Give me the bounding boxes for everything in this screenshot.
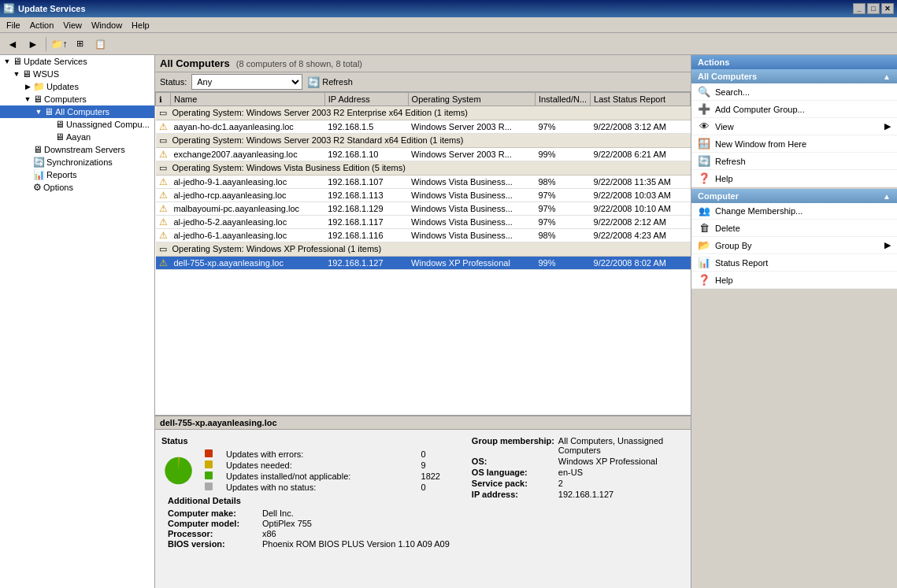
actions-title: Actions: [698, 57, 729, 67]
tree-item-downstream[interactable]: 🖥 Downstream Servers: [0, 143, 154, 156]
tree-item-all-computers[interactable]: ▼ 🖥 All Computers: [0, 105, 154, 118]
forward-button[interactable]: ►: [24, 35, 43, 53]
action-view[interactable]: 👁 View ▶: [691, 118, 897, 135]
row-installed: 97%: [535, 189, 590, 202]
group-row: ▭ Operating System: Windows Vista Busine…: [156, 161, 691, 176]
tree-item-options[interactable]: ⚙ Options: [0, 181, 154, 194]
status-label-errors: Updates with errors:: [223, 449, 418, 460]
table-row[interactable]: ⚠ al-jedho-9-1.aayanleasing.loc 192.168.…: [156, 176, 691, 189]
status-dropdown[interactable]: Any Failed Needed Installed/Not Applicab…: [191, 74, 302, 90]
action-help-all[interactable]: ❓ Help: [691, 170, 897, 187]
tree-item-wsus[interactable]: ▼ 🖥 WSUS: [0, 68, 154, 80]
minimize-button[interactable]: _: [853, 3, 865, 14]
table-row[interactable]: ⚠ exchange2007.aayanleasing.loc 192.168.…: [156, 148, 691, 161]
computer-section-header[interactable]: Computer ▲: [691, 189, 897, 203]
tree-item-updates[interactable]: ▶ 📁 Updates: [0, 80, 154, 93]
tree-item-aayan[interactable]: 🖥 Aayan: [0, 131, 154, 143]
tree-item-reports[interactable]: 📊 Reports: [0, 168, 154, 181]
table-row[interactable]: ⚠ al-jedho-rcp.aayanleasing.loc 192.168.…: [156, 189, 691, 202]
tree-item-unassigned[interactable]: 🖥 Unassigned Compu...: [0, 118, 154, 131]
info-label-sp: Service pack:: [472, 479, 558, 488]
additional-details: Additional Details Computer make: Dell I…: [161, 493, 456, 553]
row-status: 9/22/2008 4:23 AM: [591, 229, 691, 242]
info-value-ip: 192.168.1.127: [558, 490, 613, 499]
properties-button[interactable]: 📋: [91, 35, 109, 53]
group-expand-icon[interactable]: ▭: [159, 108, 167, 117]
row-warn-icon: ⚠: [156, 176, 171, 189]
row-name: al-jedho-9-1.aayanleasing.loc: [171, 176, 325, 189]
table-row[interactable]: ⚠ al-jedho-5-2.aayanleasing.loc 192.168.…: [156, 216, 691, 229]
additional-title: Additional Details: [168, 496, 450, 505]
col-header-ip[interactable]: IP Address: [324, 93, 408, 106]
expand-computers[interactable]: ▼: [22, 95, 33, 103]
add-group-icon: ➕: [698, 103, 710, 115]
action-status-report[interactable]: 📊 Status Report: [691, 254, 897, 272]
expand-updates[interactable]: ▶: [22, 83, 33, 91]
row-name: aayan-ho-dc1.aayanleasing.loc: [171, 120, 325, 134]
row-ip: 192.168.1.129: [324, 202, 408, 216]
action-label-delete: Delete: [715, 224, 740, 233]
col-header-icon[interactable]: ℹ: [156, 93, 171, 106]
menu-window[interactable]: Window: [87, 19, 127, 31]
group-expand-icon-2[interactable]: ▭: [159, 135, 167, 145]
row-os: Windows Vista Business...: [408, 189, 535, 202]
add-row-bios: BIOS version: Phoenix ROM BIOS PLUS Vers…: [168, 539, 450, 549]
menu-view[interactable]: View: [58, 19, 87, 31]
info-label-ip: IP address:: [472, 490, 558, 499]
group-expand-icon-3[interactable]: ▭: [159, 163, 167, 172]
search-icon: 🔍: [698, 86, 710, 98]
close-button[interactable]: ✕: [881, 3, 894, 14]
col-header-name[interactable]: Name: [171, 93, 325, 106]
row-warn-icon: ⚠: [156, 257, 171, 270]
actions-header[interactable]: Actions: [691, 55, 897, 69]
row-os: Windows Server 2003 R...: [408, 120, 535, 134]
add-row-model: Computer model: OptiPlex 755: [168, 519, 450, 528]
maximize-button[interactable]: □: [867, 3, 880, 14]
refresh-button[interactable]: 🔄 Refresh: [307, 76, 353, 88]
action-group-by[interactable]: 📂 Group By ▶: [691, 237, 897, 254]
row-os: Windows Vista Business...: [408, 176, 535, 189]
tree-item-computers[interactable]: ▼ 🖥 Computers: [0, 93, 154, 105]
col-header-status[interactable]: Last Status Report: [591, 93, 691, 106]
view-arrow-icon: ▶: [884, 121, 891, 131]
action-add-group[interactable]: ➕ Add Computer Group...: [691, 101, 897, 118]
menu-action[interactable]: Action: [25, 19, 59, 31]
toolbar-separator-1: [46, 37, 46, 51]
up-folder-button[interactable]: 📁↑: [50, 35, 69, 53]
table-row-selected[interactable]: ⚠ dell-755-xp.aayanleasing.loc 192.168.1…: [156, 257, 691, 270]
table-row[interactable]: ⚠ aayan-ho-dc1.aayanleasing.loc 192.168.…: [156, 120, 691, 134]
detail-panel: dell-755-xp.aayanleasing.loc Status: [155, 415, 691, 588]
tree-item-update-services[interactable]: ▼ 🖥 Update Services: [0, 55, 154, 68]
show-hide-tree-button[interactable]: ⊞: [70, 35, 89, 53]
col-header-os[interactable]: Operating System: [408, 93, 535, 106]
table-body: ▭ Operating System: Windows Server 2003 …: [156, 106, 691, 270]
pie-container: Updates with errors: 0 Updates needed: 9…: [161, 449, 456, 493]
action-search[interactable]: 🔍 Search...: [691, 83, 897, 101]
menu-help[interactable]: Help: [127, 19, 154, 31]
all-computers-section-header[interactable]: All Computers ▲: [691, 69, 897, 83]
detail-status-section: Status Updates with errors:: [161, 436, 456, 553]
expand-wsus[interactable]: ▼: [11, 70, 22, 78]
menubar: File Action View Window Help: [0, 17, 897, 33]
action-delete[interactable]: 🗑 Delete: [691, 220, 897, 237]
back-button[interactable]: ◄: [3, 35, 22, 53]
table-row[interactable]: ⚠ al-jedho-6-1.aayanleasing.loc 192.168.…: [156, 229, 691, 242]
row-status: 9/22/2008 11:35 AM: [591, 176, 691, 189]
menu-file[interactable]: File: [2, 19, 25, 31]
action-new-window[interactable]: 🪟 New Window from Here: [691, 135, 897, 153]
tree-item-synchronizations[interactable]: 🔄 Synchronizations: [0, 156, 154, 168]
row-ip: 192.168.1.127: [324, 257, 408, 270]
row-installed: 99%: [535, 148, 590, 161]
col-header-installed[interactable]: Installed/N...: [535, 93, 590, 106]
action-change-membership[interactable]: 👥 Change Membership...: [691, 203, 897, 220]
group-expand-icon-4[interactable]: ▭: [159, 244, 167, 253]
action-help-computer[interactable]: ❓ Help: [691, 272, 897, 289]
collapse-arrow-computer: ▲: [883, 192, 891, 201]
action-refresh[interactable]: 🔄 Refresh: [691, 153, 897, 170]
help-icon-all: ❓: [698, 172, 710, 184]
expand-update-services[interactable]: ▼: [2, 57, 13, 65]
info-value-os: Windows XP Professional: [558, 457, 658, 466]
delete-icon: 🗑: [698, 222, 710, 234]
table-row[interactable]: ⚠ malbayoumi-pc.aayanleasing.loc 192.168…: [156, 202, 691, 216]
group-row: ▭ Operating System: Windows Server 2003 …: [156, 106, 691, 120]
